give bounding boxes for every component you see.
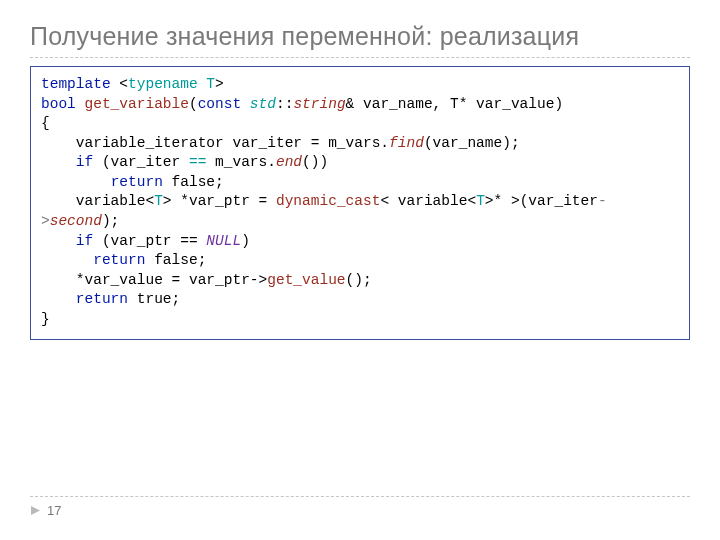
code-text: false; [163, 174, 224, 190]
svg-marker-0 [31, 506, 40, 515]
slide: Получение значения переменной: реализаци… [0, 0, 720, 540]
arrow-op: -> [250, 272, 267, 288]
member-second: second [50, 213, 102, 229]
indent [41, 154, 76, 170]
kw-bool: bool [41, 96, 76, 112]
code-text: ) [241, 233, 250, 249]
page-number: 17 [47, 503, 61, 518]
code-text: variable [76, 193, 146, 209]
scope-op: :: [276, 96, 293, 112]
indent [41, 252, 93, 268]
angle-open: < [467, 193, 476, 209]
params-rest: & var_name, T* var_value) [346, 96, 564, 112]
fn-get-variable: get_variable [85, 96, 189, 112]
paren-open: ( [189, 96, 198, 112]
code-text: (var_iter [520, 193, 598, 209]
kw-template: template [41, 76, 111, 92]
type-string: string [293, 96, 345, 112]
kw-return: return [76, 291, 128, 307]
play-arrow-icon [30, 505, 41, 516]
angle-open: < [119, 76, 128, 92]
macro-null: NULL [206, 233, 241, 249]
template-t: T [476, 193, 485, 209]
page-indicator: 17 [30, 503, 690, 518]
code-text: *var_value = var_ptr [76, 272, 250, 288]
code-text: m_vars. [206, 154, 276, 170]
indent [41, 291, 76, 307]
indent [41, 135, 76, 151]
angle-close: > [485, 193, 494, 209]
method-get-value: get_value [267, 272, 345, 288]
title-divider [30, 57, 690, 58]
slide-title: Получение значения переменной: реализаци… [30, 22, 690, 51]
code-text: variable [389, 193, 467, 209]
indent [41, 233, 76, 249]
angle-close: > [215, 76, 224, 92]
typename-t: typename T [128, 76, 215, 92]
angle-open: < [145, 193, 154, 209]
code-text: * [494, 193, 511, 209]
code-text: true; [128, 291, 180, 307]
code-block: template <typename T> bool get_variable(… [30, 66, 690, 340]
brace-open: { [41, 115, 50, 131]
indent [41, 272, 76, 288]
ns-std: std [250, 96, 276, 112]
kw-return: return [93, 252, 145, 268]
angle-close: > [511, 193, 520, 209]
kw-if: if [76, 233, 93, 249]
brace-close: } [41, 311, 50, 327]
code-text: false; [145, 252, 206, 268]
code-text: (); [346, 272, 372, 288]
code-text: (var_ptr == [93, 233, 206, 249]
code-text: (var_iter [93, 154, 189, 170]
kw-return: return [111, 174, 163, 190]
fn-dynamic-cast: dynamic_cast [276, 193, 380, 209]
code-text: (var_name); [424, 135, 520, 151]
code-text: ); [102, 213, 119, 229]
method-end: end [276, 154, 302, 170]
code-text: *var_ptr = [172, 193, 276, 209]
slide-footer: 17 [30, 496, 690, 518]
kw-const: const [198, 96, 242, 112]
template-t: T [154, 193, 163, 209]
indent [41, 174, 111, 190]
code-text: ()) [302, 154, 328, 170]
angle-close: > [163, 193, 172, 209]
kw-if: if [76, 154, 93, 170]
code-text: variable_iterator var_iter = m_vars. [76, 135, 389, 151]
method-find: find [389, 135, 424, 151]
angle-open: < [380, 193, 389, 209]
op-eq: == [189, 154, 206, 170]
footer-divider [30, 496, 690, 497]
indent [41, 193, 76, 209]
